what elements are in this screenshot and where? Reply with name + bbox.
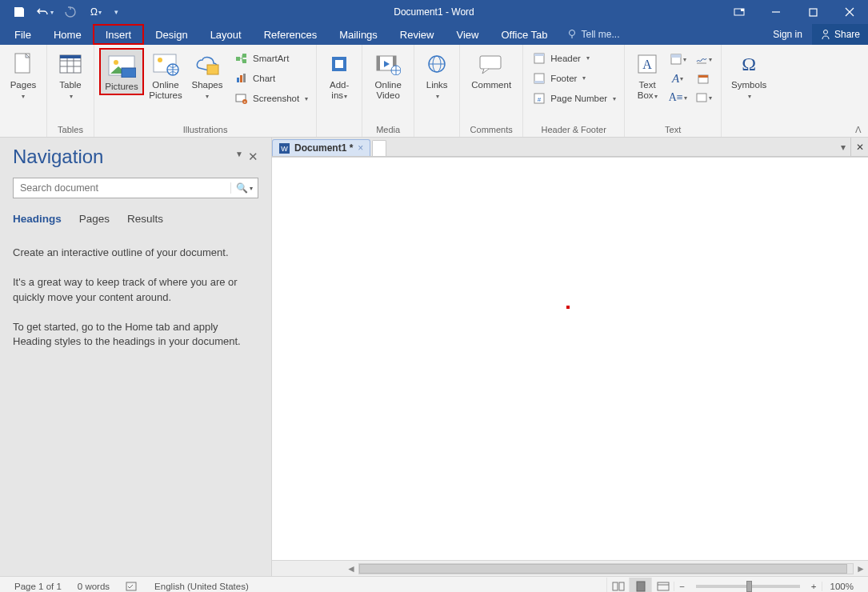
screenshot-button[interactable]: +Screenshot▾ (232, 91, 311, 106)
pages-button[interactable]: Pages▾ (5, 48, 42, 102)
tab-file[interactable]: File (3, 24, 42, 45)
quick-parts-button[interactable]: ▾ (668, 50, 687, 68)
view-print-layout-icon[interactable] (629, 578, 651, 593)
online-pictures-button[interactable]: Online Pictures (144, 48, 187, 102)
undo-icon[interactable]: ▾ (34, 2, 56, 22)
doc-tabs-close-icon[interactable]: ✕ (850, 138, 868, 156)
tab-view[interactable]: View (445, 24, 490, 45)
zoom-handle[interactable] (746, 581, 752, 592)
page-number-button[interactable]: #Page Number▾ (530, 90, 619, 106)
links-button[interactable]: Links▾ (419, 48, 454, 102)
footer-button[interactable]: Footer▾ (530, 70, 619, 86)
close-icon[interactable] (831, 0, 868, 24)
group-media-label: Media (367, 125, 409, 137)
chart-icon (235, 73, 248, 84)
header-button[interactable]: Header▾ (530, 50, 619, 66)
svg-rect-1 (741, 9, 744, 11)
nav-tab-headings[interactable]: Headings (13, 213, 62, 225)
new-tab-button[interactable] (372, 140, 386, 156)
status-spellcheck[interactable] (118, 581, 146, 592)
screenshot-icon: + (235, 93, 248, 104)
status-language[interactable]: English (United States) (146, 582, 257, 591)
table-icon (56, 50, 85, 78)
minimize-icon[interactable] (758, 0, 794, 24)
tab-office-tab[interactable]: Office Tab (490, 24, 558, 45)
tab-mailings[interactable]: Mailings (328, 24, 389, 45)
ribbon: Pages▾ Table▾ Tables Pictures Online Pic… (0, 45, 868, 138)
chart-button[interactable]: Chart (232, 71, 311, 86)
symbol-quick-icon[interactable]: Ω▾ (85, 2, 107, 22)
pictures-button[interactable]: Pictures (99, 48, 144, 95)
tab-home[interactable]: Home (42, 24, 93, 45)
doc-tab-close-icon[interactable]: × (358, 142, 363, 154)
comment-button[interactable]: Comment (465, 48, 518, 92)
svg-rect-22 (242, 54, 246, 58)
online-pictures-icon (151, 50, 180, 78)
status-page[interactable]: Page 1 of 1 (6, 582, 70, 591)
save-icon[interactable] (8, 2, 30, 22)
maximize-icon[interactable] (794, 0, 831, 24)
online-video-button[interactable]: Online Video (367, 48, 409, 102)
zoom-slider[interactable] (696, 585, 800, 588)
document-tab-bar: W Document1 * × ▾ ✕ (272, 138, 868, 157)
nav-tab-pages[interactable]: Pages (79, 213, 110, 225)
nav-close-icon[interactable]: ✕ (248, 150, 258, 164)
svg-rect-16 (122, 68, 136, 78)
sign-in-button[interactable]: Sign in (763, 24, 812, 45)
svg-rect-57 (613, 582, 618, 590)
group-tables-label: Tables (52, 125, 89, 137)
svg-text:+: + (244, 99, 246, 104)
tab-insert[interactable]: Insert (93, 24, 145, 45)
tell-me-label: Tell me... (581, 29, 619, 40)
doc-tabs-dropdown-icon[interactable]: ▾ (836, 138, 850, 156)
view-read-mode-icon[interactable] (606, 578, 629, 593)
search-input[interactable] (14, 182, 230, 194)
text-box-button[interactable]: A Text Box▾ (630, 48, 665, 102)
navigation-title: Navigation (13, 146, 103, 168)
scroll-right-icon[interactable]: ► (854, 563, 868, 574)
ribbon-display-icon[interactable] (721, 0, 758, 24)
svg-rect-33 (377, 56, 380, 70)
group-illustrations-label: Illustrations (99, 125, 311, 137)
collapse-ribbon-icon[interactable]: ᐱ (855, 125, 862, 135)
object-button[interactable]: ▾ (694, 89, 713, 106)
symbols-button[interactable]: Ω Symbols▾ (726, 48, 771, 102)
nav-help-text: Create an interactive outline of your do… (13, 246, 258, 364)
zoom-out-button[interactable]: − (674, 582, 690, 591)
search-box[interactable]: 🔍▾ (13, 178, 258, 198)
signature-line-button[interactable]: ▾ (694, 50, 713, 68)
document-canvas[interactable] (272, 157, 868, 560)
tell-me-search[interactable]: Tell me... (558, 24, 627, 45)
scroll-track[interactable] (358, 563, 854, 574)
horizontal-scrollbar[interactable]: ◄ ► (272, 560, 868, 576)
nav-tab-results[interactable]: Results (127, 213, 163, 225)
search-go-button[interactable]: 🔍▾ (230, 182, 258, 194)
nav-dropdown-icon[interactable]: ▼ (235, 150, 243, 164)
document-tab[interactable]: W Document1 * × (272, 139, 370, 156)
zoom-in-button[interactable]: + (806, 582, 822, 591)
table-button[interactable]: Table▾ (52, 48, 89, 102)
tab-references[interactable]: References (253, 24, 328, 45)
zoom-level[interactable]: 100% (822, 582, 862, 591)
drop-cap-button[interactable]: A≡▾ (668, 89, 687, 106)
redo-icon[interactable] (59, 2, 82, 22)
share-button[interactable]: Share (812, 24, 868, 45)
qa-customize-icon[interactable]: ▾ (110, 2, 122, 22)
svg-rect-41 (534, 54, 544, 56)
wordart-button[interactable]: A▾ (668, 70, 687, 87)
date-time-button[interactable] (694, 70, 713, 87)
tab-design[interactable]: Design (144, 24, 198, 45)
addins-button[interactable]: Add- ins▾ (322, 48, 357, 102)
svg-rect-59 (637, 582, 645, 591)
status-words[interactable]: 0 words (70, 582, 118, 591)
scroll-thumb[interactable] (359, 564, 847, 574)
shapes-button[interactable]: Shapes▾ (187, 48, 227, 102)
tab-layout[interactable]: Layout (199, 24, 253, 45)
smartart-button[interactable]: SmartArt (232, 51, 311, 66)
view-web-layout-icon[interactable] (651, 578, 674, 593)
svg-point-4 (570, 30, 575, 36)
scroll-left-icon[interactable]: ◄ (344, 563, 358, 574)
ribbon-tabs: File Home Insert Design Layout Reference… (0, 24, 868, 45)
tab-review[interactable]: Review (389, 24, 446, 45)
svg-rect-58 (619, 582, 624, 590)
